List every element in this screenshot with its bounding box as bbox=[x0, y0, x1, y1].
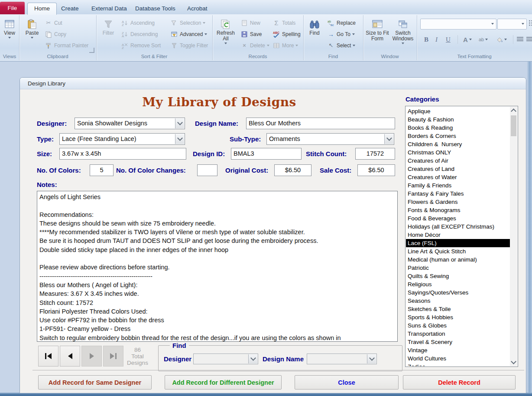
selection-button[interactable]: Selection bbox=[169, 17, 207, 28]
sort-descending-button[interactable]: ZA Descending bbox=[120, 29, 159, 39]
list-item[interactable]: Christmas ONLY bbox=[406, 148, 510, 157]
tab-database-tools[interactable]: Database Tools bbox=[129, 3, 182, 14]
remove-sort-button[interactable]: AZ Remove Sort bbox=[120, 40, 162, 51]
list-item[interactable]: Flowers & Gardens bbox=[406, 198, 510, 206]
list-item[interactable]: Creatures of Water bbox=[406, 173, 510, 181]
refresh-all-button[interactable]: Refresh All bbox=[215, 17, 237, 54]
fill-color-button[interactable] bbox=[495, 34, 508, 45]
original-cost-field[interactable]: $6.50 bbox=[274, 164, 311, 176]
design-name-field[interactable]: Bless Our Mothers bbox=[246, 118, 395, 129]
combo-arrow[interactable] bbox=[367, 354, 376, 363]
list-item[interactable]: Holidays (all EXCEPT Christmas) bbox=[406, 223, 510, 231]
replace-button[interactable]: abac Replace bbox=[326, 17, 357, 28]
cut-button[interactable]: ✂ Cut bbox=[43, 17, 64, 28]
find-designer-combobox[interactable] bbox=[193, 353, 258, 364]
format-painter-button[interactable]: Format Painter bbox=[43, 40, 90, 51]
highlight-color-button[interactable]: ab bbox=[477, 34, 489, 45]
scrollbar-up-icon[interactable] bbox=[512, 109, 516, 111]
filter-button[interactable]: Filter bbox=[99, 17, 118, 54]
stitch-count-field[interactable]: 17572 bbox=[355, 148, 395, 160]
list-item[interactable]: Patriotic bbox=[406, 264, 510, 272]
copy-button[interactable]: Copy bbox=[43, 29, 68, 39]
delete-record-button[interactable]: Delete Record bbox=[403, 375, 516, 389]
combo-arrow[interactable] bbox=[175, 118, 184, 128]
notes-field[interactable]: Angels of Light Series Recommendations: … bbox=[37, 191, 398, 342]
type-combobox[interactable]: Lace (Free Standing Lace) bbox=[59, 133, 185, 145]
list-item[interactable]: Zodiac bbox=[406, 363, 510, 366]
align-left-button[interactable] bbox=[516, 34, 525, 45]
find-design-name-combobox[interactable] bbox=[307, 353, 377, 364]
list-item[interactable]: Sketches & Toile bbox=[406, 305, 510, 313]
list-item[interactable]: Beauty & Fashion bbox=[406, 115, 510, 124]
find-button[interactable]: Find bbox=[306, 17, 323, 54]
list-item[interactable]: Books & Reading bbox=[406, 124, 510, 132]
list-item[interactable]: Line Art & Quick Stitch bbox=[406, 247, 510, 255]
file-tab[interactable]: File bbox=[0, 2, 25, 14]
list-item[interactable]: Transportation bbox=[406, 330, 510, 338]
sale-cost-field[interactable]: $6.50 bbox=[357, 164, 395, 176]
designer-combobox[interactable]: Sonia Showalter Designs bbox=[75, 118, 185, 129]
tab-create[interactable]: Create bbox=[55, 3, 85, 14]
list-item[interactable]: Childdren & Nursery bbox=[406, 140, 510, 148]
list-item[interactable]: Fantasy & Fairy Tales bbox=[406, 190, 510, 198]
scrollbar-thumb[interactable] bbox=[511, 115, 516, 136]
go-to-button[interactable]: → Go To bbox=[326, 29, 356, 39]
new-record-button[interactable]: New bbox=[239, 17, 262, 28]
size-field[interactable]: 3.67w x 3.45h bbox=[59, 148, 186, 160]
delete-record-ribbon-button[interactable]: × Delete bbox=[239, 40, 271, 51]
advanced-button[interactable]: Advanced bbox=[169, 29, 208, 39]
list-item[interactable]: Sayings/Quotes/Verses bbox=[406, 288, 510, 297]
categories-scrollbar[interactable] bbox=[510, 107, 517, 366]
list-item[interactable]: Quilts & Sewing bbox=[406, 272, 510, 280]
list-item[interactable]: Lace (FSL) bbox=[406, 239, 510, 247]
no-of-colors-field[interactable]: 5 bbox=[90, 164, 114, 176]
font-color-button[interactable]: A bbox=[462, 34, 473, 45]
list-item[interactable]: Vintage bbox=[406, 346, 510, 354]
tab-external-data[interactable]: External Data bbox=[85, 3, 133, 14]
totals-button[interactable]: Σ Totals bbox=[271, 17, 297, 28]
combo-arrow[interactable] bbox=[248, 354, 257, 363]
list-item[interactable]: Applique bbox=[406, 107, 510, 115]
previous-record-button[interactable] bbox=[60, 346, 80, 367]
italic-button[interactable]: I bbox=[434, 34, 439, 45]
switch-windows-button[interactable]: Switch Windows bbox=[391, 17, 415, 54]
list-item[interactable]: World Cultures bbox=[406, 354, 510, 363]
bullets-icon[interactable] bbox=[529, 20, 532, 26]
save-record-button[interactable]: Save bbox=[239, 29, 263, 39]
list-item[interactable]: Seasons bbox=[406, 297, 510, 305]
combo-arrow[interactable] bbox=[384, 134, 393, 144]
list-item[interactable]: Creatures of Land bbox=[406, 165, 510, 173]
spelling-button[interactable]: ABC Spelling bbox=[271, 29, 302, 39]
align-center-button[interactable] bbox=[525, 34, 532, 45]
clipboard-dialog-launcher-icon[interactable] bbox=[89, 48, 94, 53]
list-item[interactable]: Travel & Scenery bbox=[406, 338, 510, 346]
next-record-button[interactable] bbox=[81, 346, 102, 367]
design-id-field[interactable]: BMAL3 bbox=[231, 148, 302, 160]
font-name-combobox[interactable] bbox=[420, 19, 496, 29]
sort-ascending-button[interactable]: AZ Ascending bbox=[120, 17, 156, 28]
list-item[interactable]: Suns & Globes bbox=[406, 321, 510, 330]
add-record-same-designer-button[interactable]: Add Record for Same Designer bbox=[38, 375, 152, 389]
bold-button[interactable]: B bbox=[423, 34, 430, 45]
add-record-different-designer-button[interactable]: Add Record for Different Designer bbox=[165, 375, 282, 389]
view-button[interactable]: View bbox=[1, 17, 18, 54]
paste-button[interactable]: Paste bbox=[23, 17, 42, 54]
form-window-titlebar[interactable]: Design Library bbox=[20, 78, 526, 89]
list-item[interactable]: Food & Beverages bbox=[406, 214, 510, 223]
toggle-filter-button[interactable]: Toggle Filter bbox=[169, 40, 209, 51]
font-size-combobox[interactable] bbox=[497, 19, 527, 29]
list-item[interactable]: Home Décor bbox=[406, 231, 510, 239]
categories-listbox[interactable]: AppliqueBeauty & FashionBooks & ReadingB… bbox=[405, 106, 518, 367]
list-item[interactable]: Borders & Corners bbox=[406, 132, 510, 140]
list-item[interactable]: Fonts & Monograms bbox=[406, 206, 510, 214]
close-button[interactable]: Close bbox=[295, 375, 399, 389]
size-to-fit-form-button[interactable]: Size to Fit Form bbox=[365, 17, 390, 54]
tab-home[interactable]: Home bbox=[27, 3, 57, 15]
list-item[interactable]: Religious bbox=[406, 280, 510, 288]
list-item[interactable]: Family & Friends bbox=[406, 181, 510, 190]
tab-acrobat[interactable]: Acrobat bbox=[181, 3, 214, 14]
underline-button[interactable]: U bbox=[444, 34, 452, 45]
list-item[interactable]: Creatures of Air bbox=[406, 157, 510, 165]
first-record-button[interactable] bbox=[38, 346, 58, 367]
no-of-color-changes-field[interactable] bbox=[197, 164, 217, 176]
